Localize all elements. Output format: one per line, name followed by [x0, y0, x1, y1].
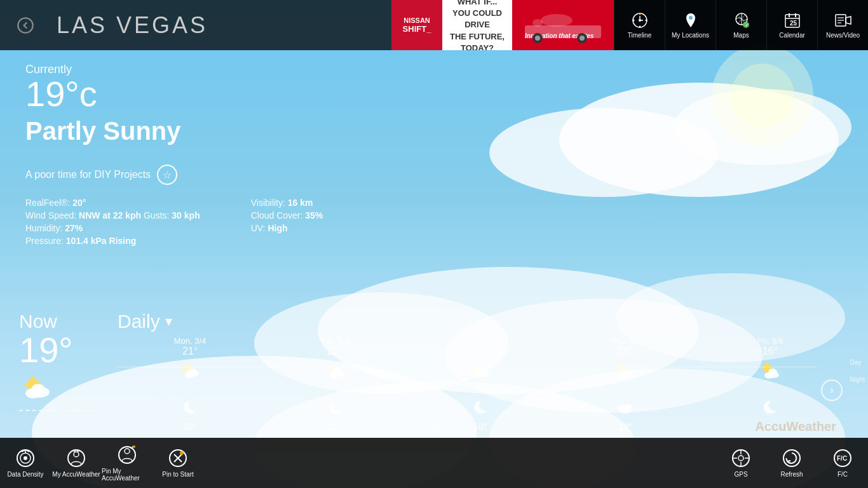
- ad-logo: NISSAN SHIFT_: [391, 0, 442, 50]
- current-condition: Partly Sunny: [25, 117, 843, 146]
- realfeel-label: RealFeel®:: [25, 198, 70, 208]
- svg-point-26: [645, 20, 647, 22]
- pressure-label: Pressure:: [25, 236, 64, 246]
- svg-point-18: [535, 36, 540, 41]
- nav-timeline-label: Timeline: [628, 32, 651, 39]
- nav-maps[interactable]: ✓ Maps: [715, 0, 766, 50]
- favorite-button[interactable]: ☆: [157, 165, 177, 185]
- nav-news[interactable]: News/Video: [817, 0, 868, 50]
- gps-label: GPS: [734, 471, 747, 478]
- gusts-label: Gusts:: [144, 210, 169, 220]
- humidity-label: Humidity:: [25, 223, 62, 233]
- svg-point-27: [639, 26, 641, 28]
- cloud-label: Cloud Cover:: [251, 210, 303, 220]
- pin-start-label: Pin to Start: [162, 471, 193, 478]
- data-density-button[interactable]: Data Density: [0, 438, 51, 488]
- svg-point-20: [580, 36, 585, 41]
- ad-banner: NISSAN SHIFT_ WHAT IF...YOU COULD DRIVET…: [391, 0, 614, 50]
- svg-point-87: [119, 447, 135, 463]
- humidity-value: 27%: [65, 223, 83, 233]
- pin-my-label: Pin My AccuWeather: [102, 468, 153, 482]
- accu-watermark: AccuWeather: [756, 419, 836, 434]
- uv-value: High: [268, 223, 287, 233]
- nav-calendar[interactable]: 25 Calendar: [766, 0, 817, 50]
- back-button[interactable]: [0, 0, 50, 50]
- svg-point-94: [180, 451, 184, 455]
- svg-point-96: [738, 456, 743, 461]
- city-title: Las Vegas: [50, 12, 391, 39]
- units-button[interactable]: F/C F/C: [817, 438, 868, 488]
- ad-logo-text: NISSAN SHIFT_: [400, 14, 434, 36]
- svg-text:✓: ✓: [744, 23, 748, 27]
- svg-point-86: [74, 452, 79, 457]
- svg-point-88: [125, 449, 130, 454]
- wind-row: Wind Speed: NNW at 22 kph Gusts: 30 kph: [25, 210, 200, 220]
- top-nav: Las Vegas NISSAN SHIFT_ WHAT IF...YOU CO…: [0, 0, 868, 50]
- cloud-row: Cloud Cover: 35%: [251, 210, 323, 220]
- toolbar-left: Data Density My AccuWeather Pin My AccuW…: [0, 438, 203, 488]
- svg-text:F/C: F/C: [837, 455, 847, 462]
- weather-col-right: Visibility: 16 km Cloud Cover: 35% UV: H…: [251, 198, 323, 246]
- my-accuweather-label: My AccuWeather: [52, 471, 100, 478]
- svg-point-101: [783, 450, 800, 466]
- svg-point-29: [689, 16, 693, 20]
- svg-text:25: 25: [790, 20, 797, 27]
- svg-point-25: [639, 13, 641, 15]
- weather-details: RealFeel®: 20° Wind Speed: NNW at 22 kph…: [25, 198, 843, 246]
- nav-icons: Timeline My Locations ✓ Maps: [614, 0, 868, 50]
- uv-label: UV:: [251, 223, 266, 233]
- ad-content: WHAT IF...YOU COULD DRIVETHE FUTURE, TOD…: [442, 0, 512, 50]
- current-temperature: 19°c: [25, 76, 843, 112]
- refresh-label: Refresh: [780, 471, 803, 478]
- nav-news-label: News/Video: [826, 32, 860, 39]
- pin-start-button[interactable]: Pin to Start: [153, 438, 203, 488]
- visibility-value: 16 km: [288, 198, 313, 208]
- svg-point-90: [133, 445, 135, 448]
- pressure-value: 101.4 kPa Rising: [66, 236, 137, 246]
- softpedia-watermark: SOFTPEDIA: [403, 424, 465, 434]
- ad-headline: WHAT IF...YOU COULD DRIVETHE FUTURE, TOD…: [447, 0, 507, 50]
- realfeel-row: RealFeel®: 20°: [25, 198, 200, 208]
- wind-label: Wind Speed:: [25, 210, 76, 220]
- ad-car-image: Innovation that excites: [512, 0, 614, 50]
- gps-button[interactable]: GPS: [715, 438, 766, 488]
- svg-point-12: [18, 18, 32, 32]
- main-content: Currently 19°c Partly Sunny A poor time …: [0, 50, 868, 438]
- pressure-row: Pressure: 101.4 kPa Rising: [25, 236, 200, 246]
- uv-row: UV: High: [251, 223, 323, 233]
- svg-point-85: [68, 450, 85, 466]
- svg-point-83: [24, 456, 27, 460]
- data-density-label: Data Density: [7, 471, 43, 478]
- refresh-button[interactable]: Refresh: [766, 438, 817, 488]
- activity-row: A poor time for DIY Projects ☆: [25, 165, 843, 185]
- bottom-toolbar: Data Density My AccuWeather Pin My AccuW…: [0, 438, 868, 488]
- svg-marker-42: [846, 17, 851, 24]
- pin-my-button[interactable]: Pin My AccuWeather: [102, 438, 153, 488]
- nav-calendar-label: Calendar: [779, 32, 805, 39]
- humidity-row: Humidity: 27%: [25, 223, 200, 233]
- nav-locations[interactable]: My Locations: [665, 0, 715, 50]
- nav-timeline[interactable]: Timeline: [614, 0, 665, 50]
- toolbar-right: GPS Refresh F/C F/C: [715, 438, 868, 488]
- visibility-label: Visibility:: [251, 198, 285, 208]
- gusts-value: 30 kph: [172, 210, 200, 220]
- realfeel-value: 20°: [72, 198, 86, 208]
- nav-locations-label: My Locations: [672, 32, 709, 39]
- units-label: F/C: [837, 471, 848, 478]
- nav-maps-label: Maps: [733, 32, 749, 39]
- visibility-row: Visibility: 16 km: [251, 198, 323, 208]
- weather-col-left: RealFeel®: 20° Wind Speed: NNW at 22 kph…: [25, 198, 200, 246]
- activity-text: A poor time for DIY Projects: [25, 169, 151, 180]
- wind-value: NNW at 22 kph: [79, 210, 141, 220]
- svg-point-28: [632, 20, 634, 22]
- svg-point-16: [541, 14, 573, 27]
- my-accuweather-button[interactable]: My AccuWeather: [51, 438, 102, 488]
- cloud-value: 35%: [305, 210, 323, 220]
